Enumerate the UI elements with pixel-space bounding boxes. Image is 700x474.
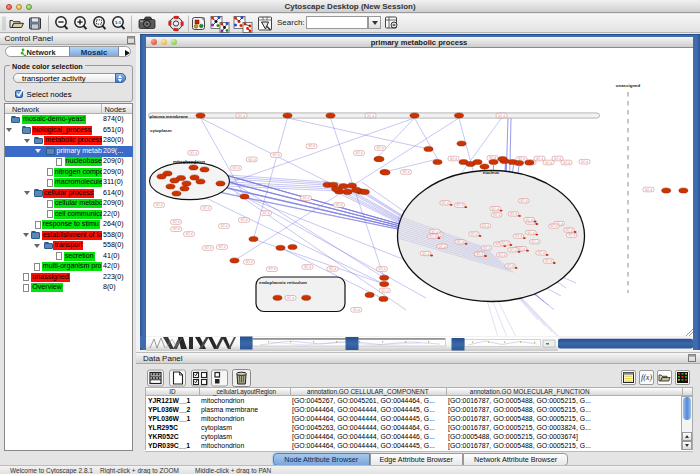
svg-text:GO:-d: GO:-d [272, 153, 280, 157]
svg-text:GO:-d: GO:-d [568, 233, 576, 237]
svg-text:GO:-d: GO:-d [218, 245, 226, 249]
svg-text:GO:-d: GO:-d [483, 246, 491, 250]
svg-text:GO:-d: GO:-d [514, 234, 522, 238]
svg-text:GO:-d: GO:-d [553, 156, 561, 160]
svg-text:GO:-d: GO:-d [456, 240, 464, 244]
svg-text:GO:-d: GO:-d [335, 203, 343, 207]
svg-text:GO:-d: GO:-d [527, 230, 535, 234]
svg-text:GO:-d: GO:-d [286, 296, 294, 300]
svg-text:plasma membrane: plasma membrane [149, 113, 188, 118]
svg-text:GO:-d: GO:-d [562, 160, 570, 164]
svg-text:GO:-d: GO:-d [172, 227, 180, 231]
svg-text:GO:-d: GO:-d [550, 224, 558, 228]
svg-text:GO:-d: GO:-d [429, 234, 437, 238]
svg-text:GO:-d: GO:-d [248, 157, 256, 161]
svg-text:GO:-d: GO:-d [544, 259, 552, 263]
svg-text:GO:-d: GO:-d [376, 146, 384, 150]
svg-text:GO:-d: GO:-d [155, 203, 163, 207]
svg-text:GO:-d: GO:-d [565, 228, 573, 232]
svg-text:GO:-d: GO:-d [531, 239, 539, 243]
svg-text:GO:-d: GO:-d [355, 151, 363, 155]
svg-text:GO:-d: GO:-d [441, 201, 449, 205]
svg-text:GO:-d: GO:-d [456, 203, 464, 207]
svg-text:GO:-d: GO:-d [402, 170, 410, 174]
svg-text:GO:-d: GO:-d [509, 248, 517, 252]
svg-text:GO:-d: GO:-d [202, 206, 210, 210]
svg-text:mitochondrion: mitochondrion [172, 159, 204, 164]
svg-text:GO:-d: GO:-d [189, 151, 197, 155]
svg-text:GO:-d: GO:-d [580, 159, 588, 163]
svg-text:GO:-d: GO:-d [544, 160, 552, 164]
svg-text:GO:-d: GO:-d [520, 199, 528, 203]
svg-text:cytoplasm: cytoplasm [150, 127, 172, 132]
svg-text:GO:-d: GO:-d [378, 267, 386, 271]
svg-text:nucleus: nucleus [482, 170, 499, 175]
svg-text:GO:-d: GO:-d [328, 267, 336, 271]
svg-text:GO:-d: GO:-d [262, 211, 270, 215]
svg-text:GO:-d: GO:-d [535, 156, 543, 160]
svg-text:GO:-d: GO:-d [232, 166, 240, 170]
svg-text:GO:-d: GO:-d [475, 252, 483, 256]
svg-text:GO:-d: GO:-d [268, 267, 276, 271]
svg-text:GO:-d: GO:-d [185, 232, 193, 236]
svg-text:GO:-d: GO:-d [303, 265, 311, 269]
svg-text:GO:-d: GO:-d [517, 246, 525, 250]
svg-text:GO:-d: GO:-d [537, 251, 545, 255]
svg-text:GO:-d: GO:-d [644, 187, 652, 191]
svg-text:GO:-d: GO:-d [498, 253, 506, 257]
svg-text:GO:-d: GO:-d [497, 113, 505, 117]
svg-text:GO:-d: GO:-d [172, 220, 180, 224]
svg-text:GO:-d: GO:-d [366, 113, 374, 117]
svg-text:GO:-d: GO:-d [449, 156, 457, 160]
svg-text:GO:-d: GO:-d [431, 229, 439, 233]
svg-text:GO:-d: GO:-d [381, 288, 389, 292]
svg-text:GO:-d: GO:-d [470, 232, 478, 236]
svg-text:GO:-d: GO:-d [509, 212, 517, 216]
svg-text:GO:-d: GO:-d [245, 260, 253, 264]
svg-text:endoplasmic reticulum: endoplasmic reticulum [259, 280, 307, 285]
svg-text:GO:-d: GO:-d [501, 241, 509, 245]
svg-text:GO:-d: GO:-d [237, 113, 245, 117]
svg-text:GO:-d: GO:-d [438, 244, 446, 248]
svg-text:GO:-d: GO:-d [525, 217, 533, 221]
svg-text:GO:-d: GO:-d [422, 251, 430, 255]
svg-text:GO:-d: GO:-d [204, 246, 212, 250]
svg-text:GO:-d: GO:-d [307, 144, 315, 148]
svg-text:1:1: 1:1 [115, 20, 122, 25]
svg-text:GO:-d: GO:-d [481, 223, 489, 227]
svg-text:GO:-d: GO:-d [240, 218, 248, 222]
svg-text:GO:-d: GO:-d [493, 213, 501, 217]
svg-text:GO:-d: GO:-d [491, 206, 499, 210]
svg-text:GO:-d: GO:-d [302, 196, 310, 200]
svg-text:GO:-d: GO:-d [506, 264, 514, 268]
svg-text:GO:-d: GO:-d [352, 308, 360, 312]
svg-text:GO:-d: GO:-d [220, 224, 228, 228]
svg-text:unassigned: unassigned [615, 83, 640, 88]
